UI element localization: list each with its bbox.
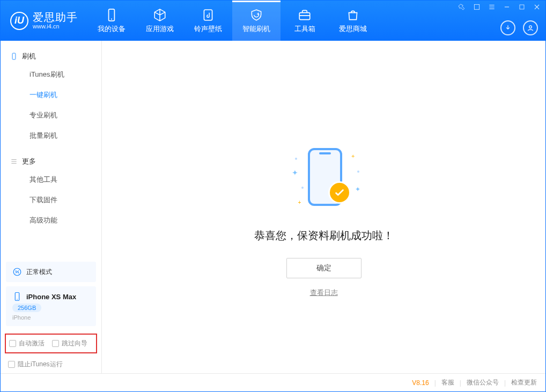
sidebar-section-more: 更多 其他工具 下载固件 高级功能 xyxy=(1,146,101,231)
dot-icon xyxy=(357,171,359,173)
checkbox-label: 跳过向导 xyxy=(62,339,87,348)
cube-icon xyxy=(153,8,167,22)
app-domain: www.i4.cn xyxy=(33,23,78,29)
device-name: iPhone XS Max xyxy=(26,293,76,301)
footer-right: V8.16 | 客服 | 微信公众号 | 检查更新 xyxy=(412,378,537,387)
app-name: 爱思助手 xyxy=(33,11,78,23)
checkbox-skip-guide[interactable]: 跳过向导 xyxy=(52,339,87,348)
check-update-link[interactable]: 检查更新 xyxy=(511,378,537,387)
nav-label: 我的设备 xyxy=(98,24,126,34)
sidebar: 刷机 iTunes刷机 一键刷机 专业刷机 批量刷机 更多 其他工具 下载固件 … xyxy=(1,41,102,373)
svg-rect-3 xyxy=(299,12,310,19)
nav-smart-flash[interactable]: 智能刷机 xyxy=(232,1,281,41)
body: 刷机 iTunes刷机 一键刷机 专业刷机 批量刷机 更多 其他工具 下载固件 … xyxy=(1,41,545,373)
feedback-icon[interactable] xyxy=(458,3,466,11)
mode-box[interactable]: 正常模式 xyxy=(6,262,96,282)
dot-icon xyxy=(301,187,304,189)
skin-icon[interactable] xyxy=(473,3,481,11)
svg-rect-4 xyxy=(474,4,479,9)
svg-rect-7 xyxy=(12,53,16,60)
shield-refresh-icon xyxy=(249,8,263,22)
device-icon xyxy=(10,53,18,60)
nav-ringtones-wallpapers[interactable]: 铃声壁纸 xyxy=(184,1,232,41)
header: iU 爱思助手 www.i4.cn 我的设备 应用游戏 铃声壁纸 智能刷机 xyxy=(1,1,545,41)
window-controls xyxy=(458,3,541,11)
checkbox-block-itunes[interactable]: 阻止iTunes运行 xyxy=(8,360,94,369)
phone-icon xyxy=(12,292,22,301)
sparkle-icon: ✦ xyxy=(292,168,298,177)
top-nav: 我的设备 应用游戏 铃声壁纸 智能刷机 工具箱 爱思商城 xyxy=(87,1,377,41)
nav-my-device[interactable]: 我的设备 xyxy=(87,1,136,41)
nav-label: 工具箱 xyxy=(294,24,315,34)
nav-label: 爱思商城 xyxy=(339,24,367,34)
maximize-icon[interactable] xyxy=(518,3,526,11)
success-text: 恭喜您，保资料刷机成功啦！ xyxy=(254,228,394,243)
support-link[interactable]: 客服 xyxy=(441,378,454,387)
nav-label: 智能刷机 xyxy=(242,24,270,34)
nav-store[interactable]: 爱思商城 xyxy=(329,1,377,41)
mode-icon xyxy=(12,267,22,277)
sidebar-item-download-fw[interactable]: 下载固件 xyxy=(1,190,101,210)
checkbox-label: 阻止iTunes运行 xyxy=(18,360,63,369)
svg-point-9 xyxy=(16,270,17,271)
success-illustration: ✦ ✦ + ✦ xyxy=(276,148,372,218)
sparkle-icon: ✦ xyxy=(351,153,355,159)
sidebar-item-itunes-flash[interactable]: iTunes刷机 xyxy=(1,64,101,85)
logo: iU 爱思助手 www.i4.cn xyxy=(1,11,87,29)
section-title: 刷机 xyxy=(22,51,36,61)
sidebar-item-oneclick-flash[interactable]: 一键刷机 xyxy=(1,85,101,105)
checkbox-label: 自动激活 xyxy=(19,339,45,348)
checkbox-auto-activate[interactable]: 自动激活 xyxy=(9,339,45,348)
wechat-link[interactable]: 微信公众号 xyxy=(467,378,499,387)
sparkle-icon: + xyxy=(298,199,301,205)
music-file-icon xyxy=(201,8,215,22)
nav-label: 铃声壁纸 xyxy=(194,24,222,34)
download-icon xyxy=(504,24,512,32)
mode-label: 正常模式 xyxy=(26,268,52,277)
sidebar-header-more: 更多 xyxy=(1,153,101,169)
sparkle-icon: ✦ xyxy=(355,186,360,193)
minimize-icon[interactable] xyxy=(503,3,511,11)
sidebar-item-batch-flash[interactable]: 批量刷机 xyxy=(1,125,101,146)
header-right-actions xyxy=(500,20,538,35)
user-icon xyxy=(527,24,534,32)
sidebar-item-other-tools[interactable]: 其他工具 xyxy=(1,169,101,190)
checkbox-icon xyxy=(8,361,15,368)
footer: V8.16 | 客服 | 微信公众号 | 检查更新 xyxy=(1,373,545,391)
sidebar-section-flash: 刷机 iTunes刷机 一键刷机 专业刷机 批量刷机 xyxy=(1,41,101,146)
bag-icon xyxy=(346,8,360,22)
confirm-button[interactable]: 确定 xyxy=(286,258,361,278)
logo-icon: iU xyxy=(10,12,28,30)
nav-label: 应用游戏 xyxy=(146,24,174,34)
sidebar-item-pro-flash[interactable]: 专业刷机 xyxy=(1,105,101,125)
checkbox-icon xyxy=(52,340,59,347)
sidebar-footer: 阻止iTunes运行 xyxy=(1,356,101,373)
main-panel: ✦ ✦ + ✦ 恭喜您，保资料刷机成功啦！ 确定 查看日志 xyxy=(102,41,545,373)
menu-icon[interactable] xyxy=(488,3,496,11)
svg-point-12 xyxy=(17,299,18,300)
sidebar-header-flash: 刷机 xyxy=(1,48,101,64)
device-type: iPhone xyxy=(12,314,90,321)
phone-icon xyxy=(105,8,119,22)
dot-icon xyxy=(295,158,297,160)
success-area: ✦ ✦ + ✦ 恭喜您，保资料刷机成功啦！ 确定 查看日志 xyxy=(254,148,394,298)
options-highlight: 自动激活 跳过向导 xyxy=(5,334,97,353)
check-badge-icon xyxy=(328,181,351,204)
nav-toolbox[interactable]: 工具箱 xyxy=(281,1,329,41)
device-box[interactable]: iPhone XS Max 256GB iPhone xyxy=(6,286,96,326)
svg-rect-5 xyxy=(520,5,524,9)
account-button[interactable] xyxy=(523,20,538,35)
app-window: iU 爱思助手 www.i4.cn 我的设备 应用游戏 铃声壁纸 智能刷机 xyxy=(0,0,546,392)
version-label: V8.16 xyxy=(412,379,429,387)
checkbox-icon xyxy=(9,340,16,347)
sidebar-item-advanced[interactable]: 高级功能 xyxy=(1,210,101,231)
svg-point-6 xyxy=(529,26,532,28)
close-icon[interactable] xyxy=(533,3,541,11)
view-log-link[interactable]: 查看日志 xyxy=(310,288,338,298)
list-icon xyxy=(10,158,18,165)
svg-point-10 xyxy=(18,272,19,273)
nav-apps-games[interactable]: 应用游戏 xyxy=(136,1,184,41)
section-title: 更多 xyxy=(22,157,36,166)
toolbox-icon xyxy=(298,8,312,22)
download-button[interactable] xyxy=(500,20,515,35)
